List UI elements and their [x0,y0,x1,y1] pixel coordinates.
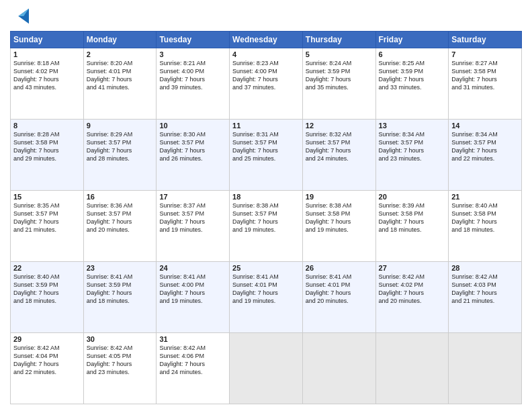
svg-marker-0 [10,9,18,24]
calendar-cell: 13Sunrise: 8:34 AM Sunset: 3:57 PM Dayli… [375,120,449,191]
day-number: 31 [159,335,226,343]
cell-info: Sunrise: 8:30 AM Sunset: 3:57 PM Dayligh… [159,130,226,163]
cell-info: Sunrise: 8:41 AM Sunset: 3:59 PM Dayligh… [87,273,154,306]
cell-info: Sunrise: 8:34 AM Sunset: 3:57 PM Dayligh… [451,130,519,163]
calendar-cell [230,333,303,404]
calendar-cell: 9Sunrise: 8:29 AM Sunset: 3:57 PM Daylig… [83,120,157,191]
day-number: 25 [232,264,300,272]
cell-info: Sunrise: 8:40 AM Sunset: 3:59 PM Dayligh… [13,273,81,306]
cell-info: Sunrise: 8:36 AM Sunset: 3:57 PM Dayligh… [87,201,154,234]
day-number: 14 [451,122,519,130]
cell-info: Sunrise: 8:27 AM Sunset: 3:58 PM Dayligh… [451,59,519,92]
calendar-cell: 24Sunrise: 8:41 AM Sunset: 4:00 PM Dayli… [157,262,230,333]
day-number: 16 [87,193,154,201]
cell-info: Sunrise: 8:29 AM Sunset: 3:57 PM Dayligh… [87,130,154,163]
calendar-cell: 21Sunrise: 8:40 AM Sunset: 3:58 PM Dayli… [449,191,522,262]
cell-info: Sunrise: 8:41 AM Sunset: 4:01 PM Dayligh… [306,273,373,306]
day-number: 18 [232,193,300,201]
cell-info: Sunrise: 8:38 AM Sunset: 3:58 PM Dayligh… [306,201,373,234]
calendar-cell: 31Sunrise: 8:42 AM Sunset: 4:06 PM Dayli… [157,333,230,404]
day-number: 28 [451,264,519,272]
calendar-cell: 11Sunrise: 8:31 AM Sunset: 3:57 PM Dayli… [230,120,303,191]
calendar-cell: 12Sunrise: 8:32 AM Sunset: 3:57 PM Dayli… [302,120,375,191]
day-number: 2 [87,50,154,58]
calendar-cell [302,333,375,404]
logo [10,7,29,26]
cell-info: Sunrise: 8:42 AM Sunset: 4:02 PM Dayligh… [379,273,446,306]
calendar-cell: 3Sunrise: 8:21 AM Sunset: 4:00 PM Daylig… [157,48,230,120]
calendar-cell: 4Sunrise: 8:23 AM Sunset: 4:00 PM Daylig… [230,48,303,120]
cell-info: Sunrise: 8:28 AM Sunset: 3:58 PM Dayligh… [13,130,81,163]
day-number: 4 [232,50,300,58]
cell-info: Sunrise: 8:42 AM Sunset: 4:03 PM Dayligh… [451,273,519,306]
calendar-cell [375,333,449,404]
calendar-cell: 27Sunrise: 8:42 AM Sunset: 4:02 PM Dayli… [375,262,449,333]
day-header-tuesday: Tuesday [157,32,230,48]
calendar-cell: 1Sunrise: 8:18 AM Sunset: 4:02 PM Daylig… [11,48,84,120]
day-number: 11 [232,122,300,130]
day-number: 1 [13,50,81,58]
cell-info: Sunrise: 8:42 AM Sunset: 4:05 PM Dayligh… [87,344,154,377]
cell-info: Sunrise: 8:37 AM Sunset: 3:57 PM Dayligh… [159,201,226,234]
page: SundayMondayTuesdayWednesdayThursdayFrid… [0,0,532,411]
week-row-1: 1Sunrise: 8:18 AM Sunset: 4:02 PM Daylig… [11,48,522,120]
calendar-cell: 8Sunrise: 8:28 AM Sunset: 3:58 PM Daylig… [11,120,84,191]
cell-info: Sunrise: 8:35 AM Sunset: 3:57 PM Dayligh… [13,201,81,234]
day-header-saturday: Saturday [449,32,522,48]
calendar-cell: 17Sunrise: 8:37 AM Sunset: 3:57 PM Dayli… [157,191,230,262]
calendar-cell: 15Sunrise: 8:35 AM Sunset: 3:57 PM Dayli… [11,191,84,262]
cell-info: Sunrise: 8:32 AM Sunset: 3:57 PM Dayligh… [306,130,373,163]
calendar-table: SundayMondayTuesdayWednesdayThursdayFrid… [10,31,522,404]
calendar-cell: 25Sunrise: 8:41 AM Sunset: 4:01 PM Dayli… [230,262,303,333]
cell-info: Sunrise: 8:20 AM Sunset: 4:01 PM Dayligh… [87,59,154,92]
day-header-wednesday: Wednesday [230,32,303,48]
cell-info: Sunrise: 8:31 AM Sunset: 3:57 PM Dayligh… [232,130,300,163]
day-number: 3 [159,50,226,58]
cell-info: Sunrise: 8:34 AM Sunset: 3:57 PM Dayligh… [379,130,446,163]
calendar-cell: 23Sunrise: 8:41 AM Sunset: 3:59 PM Dayli… [83,262,157,333]
calendar-cell: 5Sunrise: 8:24 AM Sunset: 3:59 PM Daylig… [302,48,375,120]
week-row-4: 22Sunrise: 8:40 AM Sunset: 3:59 PM Dayli… [11,262,522,333]
day-number: 15 [13,193,81,201]
day-header-thursday: Thursday [302,32,375,48]
header [10,7,522,26]
day-header-friday: Friday [375,32,449,48]
day-number: 26 [306,264,373,272]
day-number: 20 [379,193,446,201]
calendar-cell: 28Sunrise: 8:42 AM Sunset: 4:03 PM Dayli… [449,262,522,333]
calendar-cell: 26Sunrise: 8:41 AM Sunset: 4:01 PM Dayli… [302,262,375,333]
cell-info: Sunrise: 8:40 AM Sunset: 3:58 PM Dayligh… [451,201,519,234]
cell-info: Sunrise: 8:24 AM Sunset: 3:59 PM Dayligh… [306,59,373,92]
cell-info: Sunrise: 8:21 AM Sunset: 4:00 PM Dayligh… [159,59,226,92]
calendar-cell: 10Sunrise: 8:30 AM Sunset: 3:57 PM Dayli… [157,120,230,191]
day-number: 22 [13,264,81,272]
day-number: 27 [379,264,446,272]
calendar-body: 1Sunrise: 8:18 AM Sunset: 4:02 PM Daylig… [11,48,522,404]
calendar-cell: 7Sunrise: 8:27 AM Sunset: 3:58 PM Daylig… [449,48,522,120]
day-number: 30 [87,335,154,343]
cell-info: Sunrise: 8:41 AM Sunset: 4:00 PM Dayligh… [159,273,226,306]
cell-info: Sunrise: 8:23 AM Sunset: 4:00 PM Dayligh… [232,59,300,92]
calendar-cell: 19Sunrise: 8:38 AM Sunset: 3:58 PM Dayli… [302,191,375,262]
day-number: 21 [451,193,519,201]
calendar-header-row: SundayMondayTuesdayWednesdayThursdayFrid… [11,32,522,48]
logo-icon [10,7,29,26]
day-number: 7 [451,50,519,58]
calendar-cell: 20Sunrise: 8:39 AM Sunset: 3:58 PM Dayli… [375,191,449,262]
calendar-cell: 6Sunrise: 8:25 AM Sunset: 3:59 PM Daylig… [375,48,449,120]
calendar-cell: 14Sunrise: 8:34 AM Sunset: 3:57 PM Dayli… [449,120,522,191]
day-number: 5 [306,50,373,58]
calendar-cell: 18Sunrise: 8:38 AM Sunset: 3:57 PM Dayli… [230,191,303,262]
calendar-cell: 2Sunrise: 8:20 AM Sunset: 4:01 PM Daylig… [83,48,157,120]
day-number: 13 [379,122,446,130]
day-number: 17 [159,193,226,201]
day-number: 12 [306,122,373,130]
cell-info: Sunrise: 8:38 AM Sunset: 3:57 PM Dayligh… [232,201,300,234]
cell-info: Sunrise: 8:18 AM Sunset: 4:02 PM Dayligh… [13,59,81,92]
day-number: 19 [306,193,373,201]
calendar-cell: 16Sunrise: 8:36 AM Sunset: 3:57 PM Dayli… [83,191,157,262]
day-number: 9 [87,122,154,130]
day-number: 6 [379,50,446,58]
cell-info: Sunrise: 8:41 AM Sunset: 4:01 PM Dayligh… [232,273,300,306]
day-header-sunday: Sunday [11,32,84,48]
